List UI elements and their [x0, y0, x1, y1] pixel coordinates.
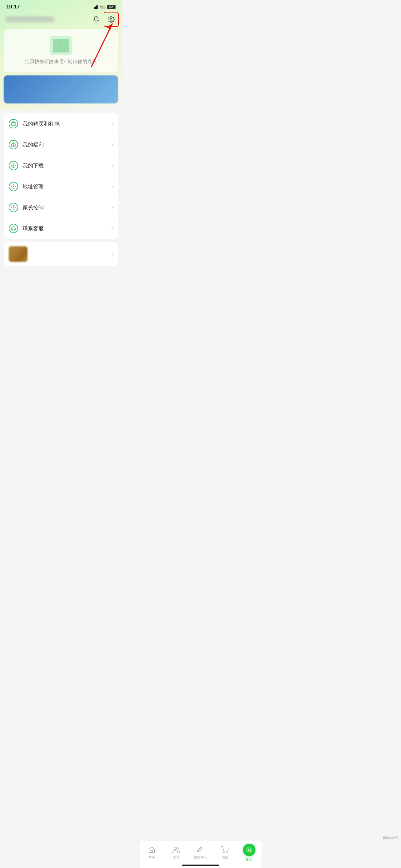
status-icons: 5G 62: [94, 5, 115, 9]
menu-item-parental[interactable]: 家长控制 ›: [4, 197, 118, 218]
menu-item-address[interactable]: 地址管理 ›: [4, 176, 118, 197]
svg-rect-2: [96, 6, 97, 9]
svg-point-15: [13, 186, 14, 187]
status-time: 10:17: [6, 4, 20, 10]
signal-icon: [94, 5, 99, 9]
menu-item-download[interactable]: 我的下载 ›: [4, 155, 118, 176]
book-icon: ♪: [53, 39, 69, 53]
menu-label-welfare: 我的福利: [23, 141, 111, 148]
address-icon: [9, 182, 18, 191]
chevron-icon-download: ›: [111, 163, 113, 168]
chevron-icon-service: ›: [111, 226, 113, 231]
svg-point-8: [13, 123, 14, 124]
chevron-icon-parental: ›: [111, 205, 113, 210]
welfare-icon: [9, 140, 18, 149]
menu-item-welfare[interactable]: 我的福利 ›: [4, 134, 118, 155]
chevron-icon-address: ›: [111, 184, 113, 189]
menu-section: 我的购买和礼包 › 我的福利 › 我的下载 ›: [4, 114, 118, 239]
menu-label-download: 我的下载: [23, 162, 111, 169]
menu-item-purchase[interactable]: 我的购买和礼包 ›: [4, 114, 118, 134]
menu-label-service: 联系客服: [23, 225, 111, 232]
svg-rect-0: [94, 7, 95, 9]
menu-label-parental: 家长控制: [23, 204, 111, 211]
parental-icon: [9, 203, 18, 212]
svg-point-4: [110, 19, 112, 20]
notification-button[interactable]: [91, 14, 102, 25]
svg-rect-3: [97, 5, 98, 9]
menu-item-service[interactable]: 联系客服 ›: [4, 218, 118, 239]
purchase-icon: [9, 119, 18, 128]
gear-icon: [108, 16, 114, 23]
network-type: 5G: [100, 5, 106, 9]
battery-icon: 62: [107, 5, 115, 9]
download-icon: [9, 161, 18, 170]
story-icon: ♪: [49, 36, 72, 55]
menu-label-purchase: 我的购买和礼包: [23, 120, 111, 127]
music-notes-icon: ♪: [66, 37, 68, 42]
user-info-blurred: [5, 16, 55, 23]
menu-label-address: 地址管理: [23, 183, 111, 190]
banner-image[interactable]: [4, 75, 118, 103]
settings-button[interactable]: [106, 14, 117, 25]
service-icon: [9, 224, 18, 233]
top-nav-icons: [91, 14, 117, 25]
bell-icon: [93, 16, 100, 23]
menu-item-thumbnail: [9, 246, 28, 262]
status-bar: 10:17 5G 62: [0, 0, 122, 12]
story-text: 宝贝快去听故事吧~ 期待你的成长: [25, 59, 97, 65]
chevron-icon-purchase: ›: [111, 121, 113, 127]
story-card: ♪ 宝贝快去听故事吧~ 期待你的成长: [4, 29, 118, 72]
svg-rect-1: [95, 6, 96, 9]
chevron-icon-welfare: ›: [111, 142, 113, 148]
menu-item-extra[interactable]: ›: [4, 242, 118, 266]
chevron-icon-extra: ›: [111, 251, 113, 257]
top-nav: [0, 12, 122, 28]
